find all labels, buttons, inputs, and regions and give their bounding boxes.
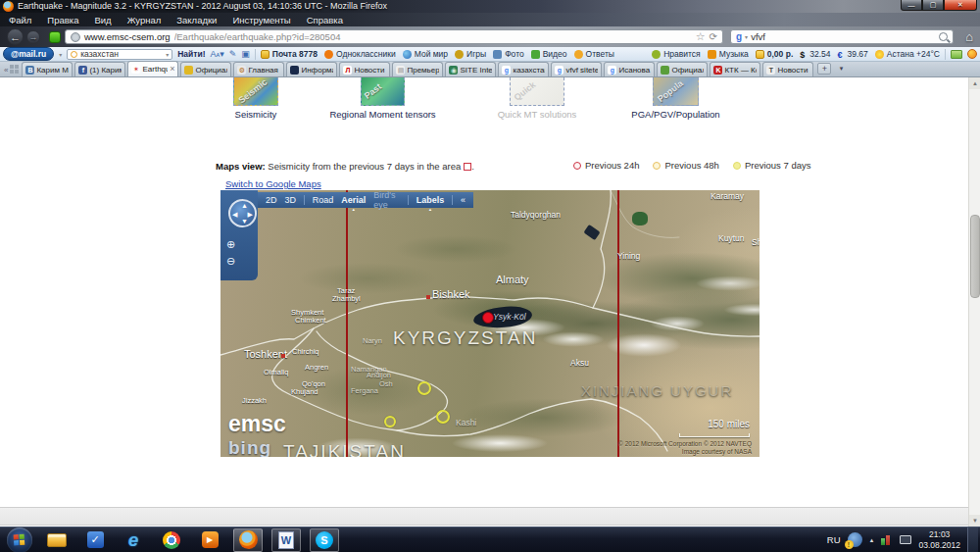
tab-6[interactable]: Информац... — [286, 62, 337, 76]
menu-item[interactable]: Инструменты — [226, 14, 296, 26]
tab-12[interactable]: gИсанова sit... — [604, 62, 655, 76]
tab-panorama-icon[interactable] — [10, 65, 19, 74]
menu-item[interactable]: Вид — [88, 14, 117, 26]
mailru-link[interactable]: Фото — [493, 49, 524, 59]
scrollbar-thumb[interactable] — [970, 215, 980, 298]
tab-8[interactable]: ▤Премьер-... — [392, 62, 443, 76]
mailru-link[interactable]: Мой мир — [403, 49, 448, 59]
language-indicator[interactable]: RU — [827, 534, 841, 545]
earthquake-marker-quake7[interactable] — [417, 381, 431, 395]
mailru-link[interactable]: 32.54 — [800, 49, 830, 59]
tab-15[interactable]: TНовости • ... — [762, 62, 813, 76]
search-value[interactable]: vfvf — [751, 31, 936, 42]
pencil-icon[interactable]: ✎ — [229, 49, 237, 59]
url-bar[interactable]: www.emsc-csem.org /Earthquake/earthquake… — [65, 29, 723, 44]
screenshot-icon[interactable]: ▣ — [241, 49, 250, 59]
tab-11[interactable]: gvfvf siteten... — [551, 62, 602, 76]
mailru-menu-caret-icon[interactable]: ▾ — [59, 51, 62, 58]
menu-item[interactable]: Журнал — [122, 14, 168, 26]
search-magnifier-icon[interactable] — [939, 32, 948, 41]
collapse-toolbar-button[interactable]: « — [461, 195, 466, 205]
mailru-link[interactable]: Почта 8778 — [261, 49, 318, 59]
action-center-icon[interactable] — [848, 532, 862, 547]
font-size-icon[interactable]: Aᴀ▾ — [211, 49, 224, 59]
mailru-link[interactable]: 39.67 — [838, 49, 868, 59]
mailru-search-value[interactable]: казахстан — [80, 49, 163, 59]
zoom-out-button[interactable] — [226, 256, 235, 267]
map-thumb[interactable]: Seismic — [233, 77, 278, 106]
wallpaper-icon[interactable] — [951, 50, 962, 59]
clock[interactable]: 21:03 03.08.2012 — [918, 529, 960, 550]
map-view-2d[interactable]: 2D — [266, 195, 277, 205]
mailru-agent-icon[interactable] — [967, 49, 977, 59]
menu-item[interactable]: Правка — [41, 14, 84, 26]
earthquake-marker-quake24[interactable] — [482, 312, 494, 324]
bookmark-star-icon[interactable]: ☆ — [696, 30, 706, 43]
maximize-button[interactable]: ▢ — [922, 0, 944, 11]
close-button[interactable]: ✕ — [944, 0, 977, 11]
map-labels-toggle[interactable]: Labels — [416, 195, 445, 205]
forward-button[interactable]: → — [26, 30, 40, 44]
mailru-find-button[interactable]: Найти! — [177, 49, 205, 59]
mailru-link[interactable]: Игры — [455, 49, 486, 59]
scroll-up-arrow-icon[interactable] — [969, 77, 980, 89]
mailru-link[interactable]: 0,00 р. — [756, 49, 793, 59]
map-view-aerial[interactable]: Aerial — [341, 195, 366, 205]
map-thumb[interactable]: Past — [361, 77, 405, 106]
menu-item[interactable]: Файл — [3, 14, 37, 26]
scroll-down-arrow-icon[interactable] — [969, 515, 980, 527]
back-button[interactable]: ← — [7, 28, 24, 45]
minimize-button[interactable]: — — [901, 0, 922, 11]
tab-4[interactable]: Официаль... — [180, 62, 231, 76]
vertical-scrollbar[interactable] — [968, 77, 980, 527]
show-desktop-button[interactable] — [967, 527, 978, 552]
tab-2[interactable]: f(1) Карим ... — [74, 62, 125, 76]
network-icon[interactable] — [881, 535, 893, 545]
map-thumb[interactable]: Popula — [653, 77, 699, 106]
firefox-icon[interactable] — [233, 528, 263, 552]
tab-5[interactable]: ⚙Главная ст... — [233, 62, 284, 76]
search-box[interactable]: g ▾ vfvf — [730, 29, 954, 44]
menu-item[interactable]: Закладки — [171, 14, 222, 26]
tab-14[interactable]: KКТК — Ком... — [710, 62, 760, 76]
menu-item[interactable]: Справка — [301, 14, 349, 26]
explorer-icon[interactable] — [42, 528, 72, 552]
mailru-search-caret-icon[interactable]: ▾ — [166, 51, 169, 58]
mailru-logo[interactable]: @mail.ru — [3, 47, 54, 61]
kmplayer-icon[interactable] — [195, 528, 224, 552]
scroll-tabs-left-icon[interactable]: « — [2, 66, 10, 76]
mailru-search-input[interactable]: казахстан ▾ — [67, 49, 172, 60]
tab-9[interactable]: ◉SITE Intellig... — [445, 62, 496, 76]
mailru-link[interactable]: Видео — [531, 49, 567, 59]
earthquake-marker-quake7[interactable] — [436, 410, 450, 424]
mailru-link[interactable]: Одноклассники — [324, 49, 396, 59]
home-button[interactable]: ⌂ — [965, 29, 973, 44]
extension-icon[interactable] — [49, 31, 61, 43]
mailru-link[interactable]: Нравится — [652, 49, 701, 59]
search-engine-caret-icon[interactable]: ▾ — [745, 33, 748, 40]
switch-to-google-maps-link[interactable]: Switch to Google Maps — [225, 178, 321, 189]
compass-control[interactable]: ▲▼◀▶ — [228, 199, 257, 227]
list-all-tabs-icon[interactable] — [834, 63, 848, 75]
start-button[interactable] — [7, 527, 32, 552]
hidden-icons-arrow-icon[interactable] — [869, 537, 875, 543]
zoom-in-button[interactable] — [226, 239, 235, 250]
map-thumb-label[interactable]: Regional Moment tensors — [329, 109, 435, 120]
bing-map[interactable]: TaldyqorghanKaramayKuytunShiYiningAlmaty… — [220, 190, 760, 457]
new-tab-button[interactable] — [817, 63, 831, 75]
map-view-3d[interactable]: 3D — [285, 195, 297, 205]
tab-13[interactable]: Официаль... — [657, 62, 708, 76]
display-icon[interactable] — [900, 535, 911, 544]
skype-icon[interactable] — [310, 528, 339, 552]
mailru-link[interactable]: Музыка — [708, 49, 749, 59]
map-thumb-label[interactable]: PGA/PGV/Population — [631, 109, 719, 120]
ie-icon[interactable] — [119, 528, 148, 552]
map-thumb-label[interactable]: Seismicity — [235, 109, 277, 120]
tab-1[interactable]: BКарим Мас... — [22, 62, 73, 76]
earthquake-marker-quake7[interactable] — [384, 416, 396, 427]
mailru-link[interactable]: Ответы — [574, 49, 614, 59]
tab-3[interactable]: ✶Earthqua...× — [127, 61, 178, 76]
word-icon[interactable] — [271, 528, 301, 552]
tab-10[interactable]: gказахстан - ... — [498, 62, 549, 76]
reload-icon[interactable]: ⟳ — [710, 31, 717, 42]
